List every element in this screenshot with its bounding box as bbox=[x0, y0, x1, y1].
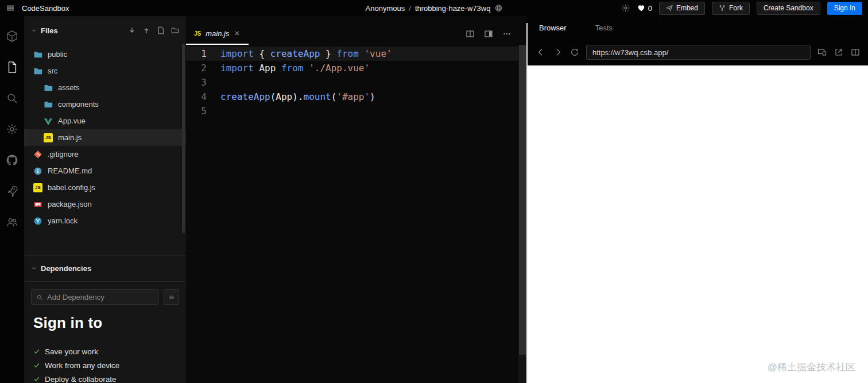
divider bbox=[24, 256, 186, 256]
signin-benefit-item: Save your work bbox=[33, 345, 177, 358]
md-file-icon bbox=[33, 167, 42, 176]
dependencies-panel-title: Dependencies bbox=[41, 264, 91, 273]
add-dependency-input[interactable] bbox=[47, 293, 153, 301]
file-tree-item-assets[interactable]: assets bbox=[24, 79, 186, 96]
more-options-icon[interactable] bbox=[502, 29, 512, 38]
preview-navigation-bar bbox=[528, 39, 868, 65]
tab-label: main.js bbox=[206, 29, 229, 38]
benefit-text: Save your work bbox=[45, 347, 98, 356]
activity-live-icon[interactable] bbox=[0, 207, 24, 238]
file-tree-item-README.md[interactable]: README.md bbox=[24, 163, 186, 179]
close-tab-icon[interactable] bbox=[234, 30, 241, 37]
check-icon bbox=[33, 348, 40, 355]
dependencies-panel-header: Dependencies bbox=[24, 260, 186, 277]
sign-in-button-label: Sign In bbox=[834, 4, 855, 12]
editor-tab-bar: JS main.js bbox=[186, 16, 526, 45]
fork-button[interactable]: Fork bbox=[712, 2, 750, 15]
file-tree-item-public[interactable]: public bbox=[24, 46, 186, 63]
files-panel-header: Files bbox=[24, 22, 186, 39]
file-tree-item-.gitignore[interactable]: .gitignore bbox=[24, 146, 186, 163]
toggle-preview-layout-icon[interactable] bbox=[484, 29, 493, 38]
search-icon bbox=[36, 294, 43, 301]
file-tree-item-main.js[interactable]: JSmain.js bbox=[24, 129, 186, 146]
new-file-icon[interactable] bbox=[157, 26, 165, 34]
breadcrumb-sandbox-name[interactable]: throbbing-haze-w73wq bbox=[415, 4, 491, 13]
chevron-down-icon[interactable] bbox=[31, 265, 37, 271]
signin-promo: Sign in to Save your workWork from any d… bbox=[24, 305, 186, 383]
scrollbar-thumb[interactable] bbox=[519, 45, 526, 355]
activity-settings-icon[interactable] bbox=[0, 114, 24, 145]
header-actions: 0 Embed Fork Create Sandbox Sign In bbox=[621, 2, 862, 15]
code-line-5: 5 bbox=[186, 104, 526, 118]
privacy-globe-icon[interactable] bbox=[494, 4, 502, 12]
likes-counter[interactable]: 0 bbox=[637, 4, 652, 13]
preview-nav-icons bbox=[817, 48, 860, 57]
file-tree-item-package.json[interactable]: package.json bbox=[24, 196, 186, 212]
breadcrumb-separator: / bbox=[409, 4, 411, 13]
refresh-icon[interactable] bbox=[570, 48, 579, 57]
split-editor-icon[interactable] bbox=[466, 29, 475, 38]
file-tree-item-babel.config.js[interactable]: JSbabel.config.js bbox=[24, 179, 186, 196]
npm-file-icon bbox=[33, 200, 42, 209]
watermark-text: @稀土掘金技术社区 bbox=[768, 361, 855, 374]
benefit-text: Work from any device bbox=[45, 361, 119, 370]
activity-github-icon[interactable] bbox=[0, 145, 24, 176]
git-file-icon bbox=[33, 150, 42, 159]
code-editor: JS main.js 1import { createApp } from 'v… bbox=[186, 16, 526, 383]
heart-icon bbox=[637, 4, 645, 12]
preview-tab-tests[interactable]: Tests bbox=[595, 24, 613, 32]
line-number: 1 bbox=[186, 47, 220, 61]
file-tree-label: babel.config.js bbox=[48, 183, 95, 192]
file-tree: publicsrcassetscomponentsApp.vueJSmain.j… bbox=[24, 46, 186, 229]
breadcrumb-user: Anonymous bbox=[366, 4, 405, 13]
activity-bar bbox=[0, 16, 24, 383]
line-number: 2 bbox=[186, 61, 220, 75]
chevron-down-icon[interactable] bbox=[31, 28, 37, 33]
upload-files-icon[interactable] bbox=[142, 26, 150, 34]
vue-file-icon bbox=[44, 117, 53, 126]
create-sandbox-button-label: Create Sandbox bbox=[764, 4, 813, 12]
add-dependency-row bbox=[24, 282, 186, 305]
embed-button[interactable]: Embed bbox=[659, 2, 705, 15]
tab-main-js[interactable]: JS main.js bbox=[186, 23, 249, 45]
editor-scrollbar[interactable] bbox=[518, 45, 526, 383]
activity-file-explorer-icon[interactable] bbox=[0, 52, 24, 83]
file-tree-label: src bbox=[48, 67, 57, 75]
main-area: Files publicsrcassetscomponentsApp.vueJS… bbox=[0, 16, 868, 383]
url-input[interactable] bbox=[586, 45, 811, 60]
file-tree-label: package.json bbox=[48, 200, 92, 208]
split-preview-icon[interactable] bbox=[851, 48, 860, 57]
responsive-preview-icon[interactable] bbox=[817, 48, 827, 57]
app-title: CodeSandbox bbox=[22, 4, 69, 13]
dependency-list-button[interactable] bbox=[164, 289, 179, 305]
preview-content: @稀土掘金技术社区 bbox=[528, 65, 868, 383]
file-tree-item-components[interactable]: components bbox=[24, 96, 186, 113]
line-number: 5 bbox=[186, 104, 220, 118]
activity-deployment-icon[interactable] bbox=[0, 176, 24, 207]
file-tree-label: yarn.lock bbox=[48, 216, 78, 225]
code-area[interactable]: 1import { createApp } from 'vue'2import … bbox=[186, 45, 526, 383]
forward-icon[interactable] bbox=[553, 47, 563, 57]
fork-button-label: Fork bbox=[729, 4, 743, 12]
file-tree-item-yarn.lock[interactable]: yarn.lock bbox=[24, 212, 186, 229]
sign-in-button[interactable]: Sign In bbox=[827, 2, 862, 15]
file-tree-item-App.vue[interactable]: App.vue bbox=[24, 113, 186, 129]
sidebar-scrollbar[interactable] bbox=[182, 44, 185, 233]
preview-tabs: BrowserTests bbox=[528, 16, 868, 39]
new-folder-icon[interactable] bbox=[171, 26, 179, 34]
open-in-new-window-icon[interactable] bbox=[834, 48, 843, 57]
activity-codesandbox-logo-icon[interactable] bbox=[0, 21, 24, 52]
folder-file-icon bbox=[44, 100, 53, 109]
files-actions bbox=[128, 26, 179, 34]
preview-tab-browser[interactable]: Browser bbox=[539, 24, 567, 32]
create-sandbox-button[interactable]: Create Sandbox bbox=[757, 2, 820, 15]
activity-search-icon[interactable] bbox=[0, 83, 24, 114]
download-sandbox-icon[interactable] bbox=[128, 26, 136, 34]
folder-file-icon bbox=[33, 50, 42, 59]
check-icon bbox=[33, 376, 40, 382]
js-file-icon: JS bbox=[44, 133, 53, 142]
file-tree-item-src[interactable]: src bbox=[24, 63, 186, 79]
back-icon[interactable] bbox=[536, 47, 546, 57]
menu-icon[interactable] bbox=[6, 3, 15, 13]
settings-gear-icon[interactable] bbox=[621, 3, 630, 13]
